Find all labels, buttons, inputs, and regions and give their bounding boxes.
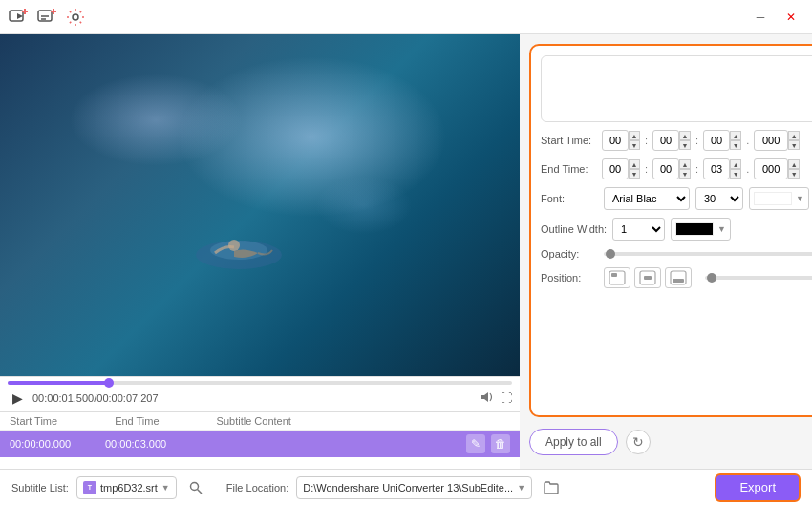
end-hour-input[interactable] <box>602 158 629 179</box>
edit-subtitle-button[interactable]: ✎ <box>466 434 485 453</box>
svg-line-21 <box>197 489 202 494</box>
file-path-chevron: ▼ <box>517 483 525 493</box>
position-bottom-button[interactable] <box>665 267 692 288</box>
start-m-input-group: ▲ ▼ <box>652 130 691 151</box>
end-ms-down[interactable]: ▼ <box>788 169 800 179</box>
end-sec-up[interactable]: ▲ <box>730 159 741 169</box>
start-ms-up[interactable]: ▲ <box>788 131 800 140</box>
font-family-select[interactable]: Arial Blac <box>604 187 690 210</box>
fullscreen-button[interactable]: ⛶ <box>501 391 512 405</box>
start-s-input-group: ▲ ▼ <box>703 130 741 151</box>
row-end-time: 00:00:03.000 <box>105 438 201 450</box>
video-area: ▶ 00:00:01.500/00:00:07.207 ⛶ Start Time… <box>0 34 520 469</box>
start-minute-spinner: ▲ ▼ <box>679 131 691 150</box>
add-video-icon[interactable] <box>8 7 29 28</box>
end-hour-down[interactable]: ▼ <box>629 169 640 179</box>
table-row[interactable]: 00:00:00.000 00:00:03.000 ✎ 🗑 <box>0 431 520 457</box>
svg-point-9 <box>73 14 78 20</box>
start-second-input[interactable] <box>703 130 730 151</box>
outline-color-select[interactable]: ▼ <box>671 218 731 241</box>
svg-rect-19 <box>673 279 684 283</box>
start-sec-down[interactable]: ▼ <box>730 140 741 150</box>
svg-rect-14 <box>609 271 625 284</box>
col-end-time: End Time <box>115 415 159 427</box>
file-location-label: File Location: <box>226 482 288 494</box>
settings-icon[interactable] <box>65 7 86 28</box>
subtitle-search-button[interactable] <box>184 476 207 499</box>
end-second-input[interactable] <box>703 158 730 179</box>
font-color-chevron: ▼ <box>796 194 804 203</box>
start-hour-input[interactable] <box>602 130 629 151</box>
start-hour-up[interactable]: ▲ <box>629 131 640 140</box>
position-top-left-button[interactable] <box>604 267 630 288</box>
video-background <box>0 34 520 376</box>
end-ms-input[interactable] <box>754 158 788 179</box>
add-subtitle-icon[interactable] <box>36 7 57 28</box>
svg-marker-13 <box>481 392 488 402</box>
export-button[interactable]: Export <box>715 473 801 502</box>
opacity-slider[interactable] <box>604 252 812 256</box>
font-size-select[interactable]: 30 <box>695 187 743 210</box>
end-min-down[interactable]: ▼ <box>679 169 691 179</box>
font-label: Font: <box>541 193 598 204</box>
subtitle-text-input[interactable] <box>541 55 812 122</box>
delete-subtitle-button[interactable]: 🗑 <box>491 434 510 453</box>
position-label: Position: <box>541 272 598 284</box>
outline-width-select[interactable]: 1 <box>612 218 665 241</box>
end-m-input-group: ▲ ▼ <box>652 158 691 179</box>
end-second-spinner: ▲ ▼ <box>730 159 741 179</box>
position-buttons <box>604 267 692 288</box>
minimize-button[interactable]: ─ <box>747 8 774 27</box>
start-minute-input[interactable] <box>652 130 679 151</box>
end-hour-spinner: ▲ ▼ <box>629 159 640 179</box>
play-button[interactable]: ▶ <box>8 389 27 408</box>
subtitle-list-panel: Start Time End Time Subtitle Content 00:… <box>0 411 520 469</box>
titlebar-left <box>8 7 86 28</box>
start-min-down[interactable]: ▼ <box>679 140 691 150</box>
start-hour-down[interactable]: ▼ <box>629 140 640 150</box>
end-hour-up[interactable]: ▲ <box>629 159 640 169</box>
start-ms-input[interactable] <box>754 130 788 151</box>
progress-fill <box>8 381 109 385</box>
end-min-up[interactable]: ▲ <box>679 159 691 169</box>
end-sec-down[interactable]: ▼ <box>730 169 741 179</box>
close-button[interactable]: ✕ <box>778 8 804 27</box>
start-sec-up[interactable]: ▲ <box>730 131 741 140</box>
end-minute-input[interactable] <box>652 158 679 179</box>
row-start-time: 00:00:00.000 <box>10 438 105 450</box>
end-h-input-group: ▲ ▼ <box>602 158 640 179</box>
start-time-label: Start Time: <box>541 135 598 146</box>
position-center-button[interactable] <box>634 267 661 288</box>
folder-browse-button[interactable] <box>540 476 563 499</box>
position-slider[interactable] <box>705 276 812 280</box>
outline-label: Outline Width: <box>541 223 607 235</box>
subtitle-edit-panel: Start Time: ▲ ▼ : ▲ ▼ : <box>529 44 812 417</box>
opacity-row: Opacity: 0/100 <box>541 248 812 260</box>
subtitle-file-select[interactable]: T tmp6D32.srt ▼ <box>76 476 177 499</box>
progress-bar[interactable] <box>8 381 512 385</box>
start-ms-spinner: ▲ ▼ <box>788 131 800 150</box>
end-ms-up[interactable]: ▲ <box>788 159 800 169</box>
font-color-select[interactable]: ▼ <box>749 187 809 210</box>
right-panel: Start Time: ▲ ▼ : ▲ ▼ : <box>520 34 812 469</box>
progress-thumb <box>104 378 114 388</box>
outline-color-chevron: ▼ <box>717 224 726 234</box>
start-ms-down[interactable]: ▼ <box>788 140 800 150</box>
volume-icon[interactable] <box>480 391 495 406</box>
svg-point-20 <box>190 482 198 490</box>
start-min-up[interactable]: ▲ <box>679 131 691 140</box>
apply-to-all-button[interactable]: Apply to all <box>529 429 618 455</box>
svg-marker-1 <box>17 13 23 19</box>
refresh-button[interactable]: ↻ <box>626 430 651 454</box>
file-path-select[interactable]: D:\Wondershare UniConverter 13\SubEdite.… <box>296 476 532 499</box>
video-player <box>0 34 520 376</box>
end-s-input-group: ▲ ▼ <box>703 158 741 179</box>
start-time-row: Start Time: ▲ ▼ : ▲ ▼ : <box>541 130 812 151</box>
opacity-thumb <box>606 249 615 259</box>
start-second-spinner: ▲ ▼ <box>730 131 741 150</box>
opacity-label: Opacity: <box>541 248 598 260</box>
start-h-input-group: ▲ ▼ <box>602 130 640 151</box>
subtitle-row-actions: ✎ 🗑 <box>466 434 510 453</box>
main-content: ▶ 00:00:01.500/00:00:07.207 ⛶ Start Time… <box>0 34 812 469</box>
end-ms-input-group: ▲ ▼ <box>754 158 800 179</box>
